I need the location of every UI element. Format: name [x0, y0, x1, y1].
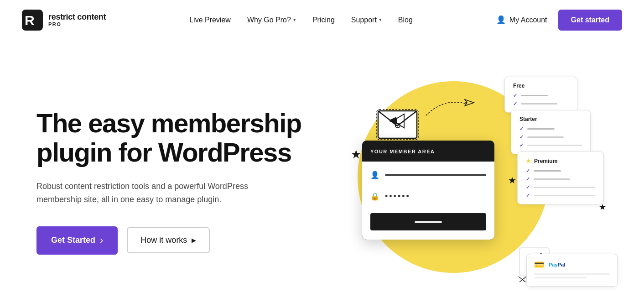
pricing-row: ✓: [513, 93, 569, 99]
pricing-card-premium: ★ Premium ✓ ✓ ✓: [517, 152, 604, 204]
nav-blog[interactable]: Blog: [398, 16, 413, 24]
arrow-right-icon: ›: [100, 235, 103, 246]
hero-buttons: Get Started › How it works ▶: [36, 226, 301, 255]
hero-illustration: ★ ★ ★: [330, 68, 622, 296]
nav-support[interactable]: Support ▾: [351, 16, 382, 24]
nav-pricing[interactable]: Pricing: [312, 16, 335, 24]
paypal-line-1: [534, 273, 610, 275]
check-icon: ✓: [519, 126, 524, 132]
check-icon: ✓: [519, 134, 524, 140]
hero-headline: The easy membership plugin for WordPress: [36, 109, 301, 167]
site-header: R restrict content PRO Live Preview Why …: [0, 0, 644, 40]
hero-section: The easy membership plugin for WordPress…: [0, 40, 644, 303]
hero-left: The easy membership plugin for WordPress…: [36, 109, 301, 254]
member-area-card: YOUR MEMBER AREA 👤 🔒 ••••••: [362, 141, 494, 240]
my-account-link[interactable]: 👤 My Account: [496, 15, 547, 25]
check-icon: ✓: [526, 193, 530, 199]
pricing-row: ✓: [526, 193, 595, 199]
main-nav: Live Preview Why Go Pro? ▾ Pricing Suppo…: [189, 16, 413, 24]
member-card-header: YOUR MEMBER AREA: [362, 141, 494, 162]
payment-icons-row: 💳 PayPal: [534, 260, 610, 270]
logo[interactable]: R restrict content PRO: [22, 10, 106, 31]
pricing-tiers-illustration: Free ✓ ✓ Starter: [504, 77, 604, 202]
paypal-line-2: [534, 277, 587, 278]
check-icon: ✓: [526, 176, 530, 182]
get-started-hero-button[interactable]: Get Started ›: [36, 226, 118, 255]
get-started-nav-button[interactable]: Get started: [558, 10, 622, 31]
username-line: [385, 174, 486, 176]
paper-plane-illustration: [421, 93, 476, 122]
check-icon: ✓: [526, 168, 530, 174]
pricing-row: ✓: [519, 126, 582, 132]
pricing-free-label: Free: [513, 83, 569, 89]
check-icon: ✓: [526, 184, 530, 190]
pricing-premium-rows: ✓ ✓ ✓ ✓: [526, 168, 595, 199]
how-it-works-button[interactable]: How it works ▶: [127, 227, 210, 253]
envelope-illustration: [376, 99, 421, 141]
star-decor-1: ★: [351, 147, 361, 162]
pricing-card-free: Free ✓ ✓: [504, 77, 577, 113]
check-icon: ✓: [513, 93, 517, 99]
chevron-down-icon: ▾: [293, 17, 296, 23]
chevron-down-icon-2: ▾: [379, 17, 382, 23]
pricing-card-starter: Starter ✓ ✓ ✓: [511, 110, 591, 154]
header-right: 👤 My Account Get started: [496, 10, 622, 31]
pricing-starter-rows: ✓ ✓ ✓: [519, 126, 582, 148]
pricing-free-rows: ✓ ✓: [513, 93, 569, 107]
pricing-row: ✓: [519, 134, 582, 140]
credit-card-icon: 💳: [534, 260, 544, 270]
pricing-row: ✓: [526, 184, 595, 190]
star-icon: ★: [526, 157, 531, 164]
check-icon: ✓: [519, 142, 524, 148]
pricing-premium-label: ★ Premium: [526, 157, 595, 164]
user-field-icon: 👤: [370, 171, 379, 179]
pricing-starter-label: Starter: [519, 116, 582, 122]
logo-brand-name: restrict content: [48, 13, 106, 22]
pricing-row: ✓: [513, 101, 569, 107]
username-field: 👤: [370, 171, 486, 185]
member-submit-button: [370, 213, 486, 230]
logo-pro-badge: PRO: [48, 21, 106, 27]
member-card-body: 👤 🔒 ••••••: [362, 162, 494, 240]
check-icon: ✓: [513, 101, 517, 107]
pricing-row: ✓: [526, 176, 595, 182]
triangle-right-icon: ▶: [192, 237, 196, 244]
submit-line: [415, 221, 442, 223]
user-icon: 👤: [496, 15, 506, 25]
nav-live-preview[interactable]: Live Preview: [189, 16, 231, 24]
paypal-card: 💳 PayPal: [526, 254, 618, 287]
svg-text:R: R: [25, 13, 35, 28]
member-area-title: YOUR MEMBER AREA: [370, 149, 435, 154]
hero-subtext: Robust content restriction tools and a p…: [36, 180, 274, 206]
password-field: 🔒 ••••••: [370, 192, 486, 207]
paypal-logo-text: PayPal: [549, 262, 565, 267]
nav-why-go-pro[interactable]: Why Go Pro? ▾: [247, 16, 296, 24]
logo-icon: R: [22, 10, 43, 31]
pricing-row: ✓: [526, 168, 595, 174]
pricing-row: ✓: [519, 142, 582, 148]
lock-field-icon: 🔒: [370, 192, 379, 201]
password-dots: ••••••: [385, 192, 410, 201]
logo-text-area: restrict content PRO: [48, 13, 106, 27]
